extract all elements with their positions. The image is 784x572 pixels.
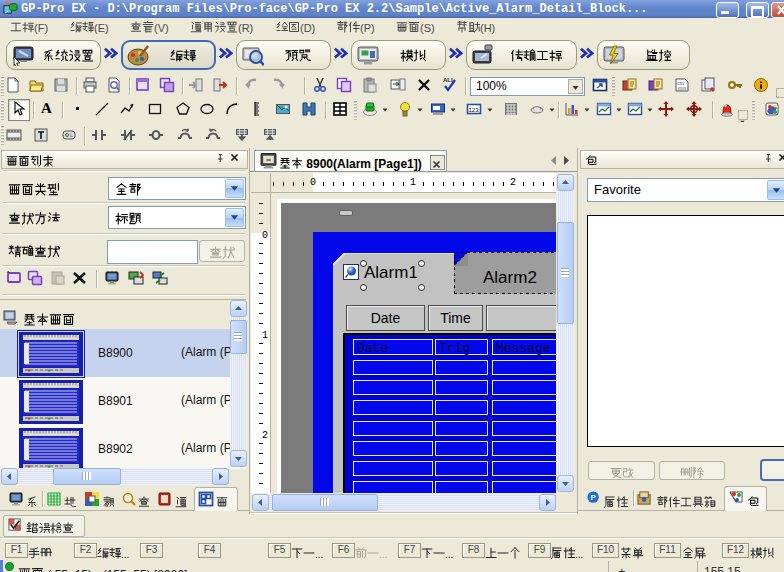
svg-text:123: 123 — [469, 107, 480, 113]
svg-text:csv: csv — [677, 80, 685, 86]
svg-text:P: P — [591, 493, 596, 502]
svg-text:L: L — [70, 132, 73, 138]
